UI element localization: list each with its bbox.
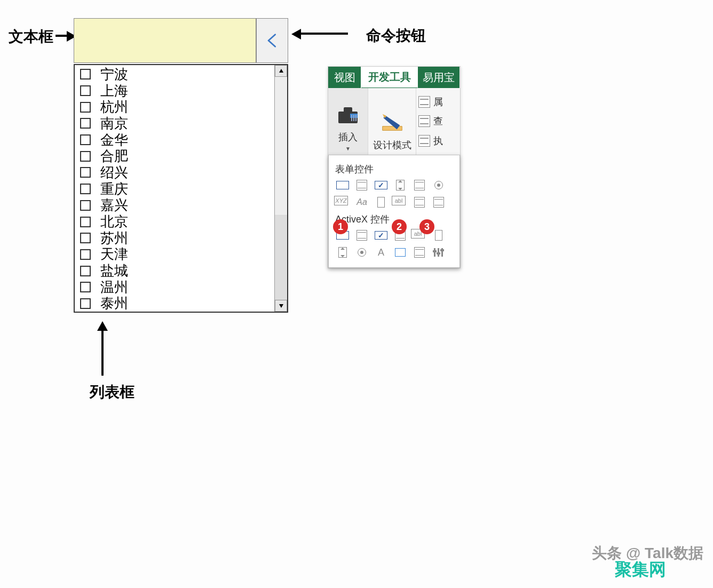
list-item[interactable]: 北京: [75, 213, 274, 230]
list-item[interactable]: 温州: [75, 279, 274, 296]
checkbox-icon[interactable]: [80, 217, 91, 227]
design-mode-icon: [379, 110, 405, 136]
form-controls-section-title: 表单控件: [335, 163, 454, 176]
design-mode-button[interactable]: 设计模式: [368, 88, 416, 155]
list-item[interactable]: 重庆: [75, 181, 274, 197]
list-item[interactable]: 合肥: [75, 148, 274, 164]
ax-more-controls-icon[interactable]: [430, 246, 447, 259]
svg-rect-3: [344, 107, 352, 113]
chevron-left-icon: [265, 33, 280, 48]
tab-developer[interactable]: 开发工具: [361, 67, 418, 88]
checkbox-icon[interactable]: [80, 266, 91, 276]
scrollbar[interactable]: [274, 65, 287, 312]
insert-controls-dropdown: 表单控件 XYZ Aa abl ActiveX 控件 1 2: [328, 155, 460, 268]
command-button[interactable]: [256, 18, 288, 63]
svg-rect-6: [353, 115, 354, 121]
checkbox-icon[interactable]: [80, 233, 91, 243]
form-combo-icon[interactable]: [353, 179, 370, 192]
checkbox-icon[interactable]: [80, 69, 91, 80]
checkbox-icon[interactable]: [80, 167, 91, 178]
list-item-label: 泰州: [100, 294, 128, 312]
list-item[interactable]: 金华: [75, 132, 274, 148]
ax-option-icon[interactable]: [353, 246, 370, 259]
checkbox-icon[interactable]: [80, 85, 91, 96]
list-item[interactable]: 上海: [75, 83, 274, 99]
list-item[interactable]: 苏州: [75, 230, 274, 247]
insert-dropdown-button[interactable]: 插入 ▼: [328, 88, 368, 155]
svg-rect-7: [355, 115, 356, 121]
form-listbox2-icon[interactable]: [430, 196, 447, 209]
run-dialog-icon: [418, 135, 430, 147]
view-code-icon: [418, 115, 430, 127]
view-code-item[interactable]: 查: [418, 115, 458, 128]
list-item[interactable]: 嘉兴: [75, 197, 274, 214]
list-box[interactable]: 宁波上海杭州南京金华合肥绍兴重庆嘉兴北京苏州天津盐城温州泰州: [74, 64, 288, 313]
svg-marker-0: [279, 69, 283, 73]
form-spinner-icon[interactable]: [392, 179, 409, 192]
checkbox-icon[interactable]: [80, 102, 91, 113]
checkbox-icon[interactable]: [80, 134, 91, 145]
form-label-icon[interactable]: Aa: [353, 196, 370, 209]
form-combo2-icon[interactable]: [411, 196, 428, 209]
list-item[interactable]: 天津: [75, 247, 274, 263]
ax-label-icon[interactable]: A: [373, 246, 390, 259]
list-item[interactable]: 绍兴: [75, 164, 274, 181]
ax-checkbox-icon[interactable]: [373, 229, 390, 242]
list-item[interactable]: 盐城: [75, 263, 274, 279]
ribbon-tabs: 视图 开发工具 易用宝: [328, 67, 460, 88]
tab-easytool[interactable]: 易用宝: [418, 67, 460, 88]
tab-view[interactable]: 视图: [328, 67, 361, 88]
checkbox-icon[interactable]: [80, 118, 91, 129]
badge-2: 2: [392, 219, 407, 234]
insert-label: 插入: [338, 131, 358, 144]
svg-marker-8: [382, 126, 401, 131]
form-button-icon[interactable]: [334, 179, 351, 192]
checkbox-icon[interactable]: [80, 151, 91, 162]
list-item[interactable]: 南京: [75, 115, 274, 132]
side-item-label: 执: [433, 134, 443, 147]
side-item-label: 属: [433, 96, 443, 108]
svg-rect-5: [351, 115, 352, 121]
form-scrollbar-icon[interactable]: [373, 196, 390, 209]
list-item[interactable]: 杭州: [75, 99, 274, 115]
form-groupbox-icon[interactable]: XYZ: [334, 196, 348, 205]
list-item[interactable]: 泰州: [75, 296, 274, 312]
svg-marker-1: [279, 304, 283, 308]
svg-rect-14: [433, 250, 437, 252]
design-mode-label: 设计模式: [373, 139, 411, 152]
checkbox-icon[interactable]: [80, 184, 91, 194]
scroll-down-button[interactable]: [275, 300, 287, 312]
watermark-site: 聚集网: [615, 558, 666, 582]
ribbon-panel: 视图 开发工具 易用宝 插入 ▼: [328, 66, 461, 268]
badge-3: 3: [419, 219, 434, 234]
annotation-listbox-label: 列表框: [90, 382, 134, 402]
list-item[interactable]: 宁波: [75, 66, 274, 83]
checkbox-icon[interactable]: [80, 298, 91, 309]
checkbox-icon[interactable]: [80, 249, 91, 260]
ax-toggle-icon[interactable]: [411, 246, 428, 259]
svg-rect-16: [440, 249, 444, 251]
form-listbox-icon[interactable]: [411, 179, 428, 192]
dropdown-indicator-icon: ▼: [345, 146, 351, 152]
scroll-track[interactable]: [275, 214, 287, 300]
form-textfield-icon[interactable]: abl: [392, 196, 406, 205]
toolbox-icon: [335, 102, 361, 128]
svg-rect-15: [437, 252, 440, 255]
side-item-label: 查: [433, 115, 443, 128]
form-option-icon[interactable]: [430, 179, 447, 192]
annotation-textbox-label: 文本框: [9, 27, 53, 47]
scroll-up-button[interactable]: [275, 65, 287, 77]
properties-item[interactable]: 属: [418, 96, 458, 108]
ax-combo-icon[interactable]: [353, 229, 370, 242]
ax-spinbutton-icon[interactable]: [334, 246, 351, 259]
run-dialog-item[interactable]: 执: [418, 134, 458, 147]
ax-image-icon[interactable]: [392, 246, 409, 259]
properties-icon: [418, 96, 430, 108]
form-checkbox-icon[interactable]: [373, 179, 390, 192]
text-box-input[interactable]: [74, 18, 256, 63]
badge-1: 1: [333, 219, 348, 234]
checkbox-icon[interactable]: [80, 282, 91, 292]
checkbox-icon[interactable]: [80, 200, 91, 211]
annotation-cmdbtn-label: 命令按钮: [366, 26, 426, 46]
